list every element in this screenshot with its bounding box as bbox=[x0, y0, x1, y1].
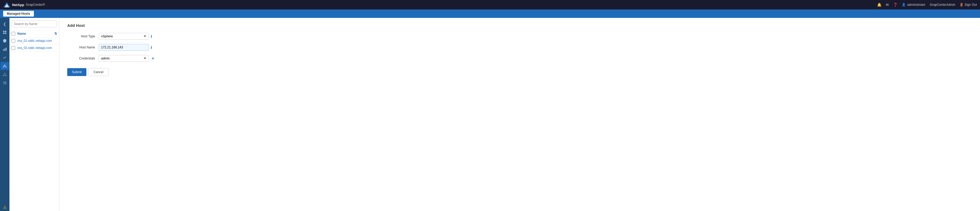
svg-rect-7 bbox=[5, 48, 5, 51]
host-type-control: vSphere Windows Linux AIX HP-UX Solaris … bbox=[99, 33, 152, 40]
sidebar-item-reports[interactable] bbox=[0, 45, 9, 53]
credentials-select[interactable]: admin root custom bbox=[99, 55, 149, 62]
credentials-label: Credentials bbox=[67, 57, 99, 60]
svg-point-9 bbox=[4, 65, 5, 66]
sidebar-icons: ❮ bbox=[0, 18, 10, 211]
sidebar-item-apps[interactable] bbox=[0, 29, 9, 36]
mail-icon[interactable]: ✉ bbox=[886, 3, 889, 7]
brand-name: NetApp bbox=[12, 3, 24, 7]
host-name-info-icon[interactable]: ℹ bbox=[151, 45, 152, 50]
top-navigation: NetApp SnapCenter® 🔔 ✉ ❓ 👤 administrator… bbox=[0, 0, 980, 10]
left-panel: Name ⇅ ora_01.sddc.netapp.com ora_02.sdd… bbox=[10, 18, 59, 211]
sidebar-item-shield[interactable] bbox=[0, 37, 9, 45]
svg-rect-8 bbox=[6, 48, 6, 51]
sidebar-item-chart2[interactable] bbox=[0, 54, 9, 62]
sidebar-collapse-button[interactable]: ❮ bbox=[0, 20, 9, 28]
netapp-logo-icon bbox=[3, 2, 11, 7]
svg-rect-5 bbox=[5, 33, 6, 34]
host1-link[interactable]: ora_01.sddc.netapp.com bbox=[18, 39, 52, 43]
sidebar-item-jobs[interactable] bbox=[0, 79, 9, 87]
svg-point-15 bbox=[3, 75, 4, 76]
host-name-row: Host Name ℹ bbox=[67, 44, 972, 51]
svg-line-18 bbox=[5, 74, 6, 75]
netapp-logo: NetApp SnapCenter® bbox=[3, 2, 45, 7]
credentials-row: Credentials admin root custom ＋ bbox=[67, 55, 972, 62]
brand-area: NetApp SnapCenter® bbox=[3, 2, 45, 7]
sidebar-item-hosts[interactable] bbox=[0, 62, 9, 70]
sort-icon[interactable]: ⇅ bbox=[54, 32, 57, 35]
search-bar bbox=[10, 18, 59, 30]
user-icon: 👤 bbox=[902, 3, 906, 6]
host1-checkbox[interactable] bbox=[11, 39, 15, 43]
credentials-add-icon[interactable]: ＋ bbox=[151, 56, 155, 61]
select-all-checkbox[interactable] bbox=[11, 32, 15, 35]
submit-button[interactable]: Submit bbox=[67, 68, 86, 76]
host-type-label: Host Type bbox=[67, 34, 99, 38]
main-layout: ❮ bbox=[0, 18, 980, 211]
host-list-header: Name ⇅ bbox=[10, 30, 59, 37]
host-type-row: Host Type vSphere Windows Linux AIX HP-U… bbox=[67, 33, 972, 40]
tenant-name: SnapCenterAdmin bbox=[929, 3, 955, 6]
credentials-control: admin root custom ＋ bbox=[99, 55, 155, 62]
svg-rect-3 bbox=[5, 31, 6, 32]
help-icon[interactable]: ❓ bbox=[893, 3, 897, 7]
app-name: SnapCenter® bbox=[26, 3, 45, 6]
host-name-control: ℹ bbox=[99, 44, 152, 51]
host2-checkbox[interactable] bbox=[11, 46, 15, 50]
page-title: Add Host bbox=[67, 23, 972, 28]
host-name-label: Host Name bbox=[67, 46, 99, 49]
host-type-select[interactable]: vSphere Windows Linux AIX HP-UX Solaris bbox=[99, 33, 149, 40]
svg-rect-4 bbox=[3, 33, 5, 34]
sign-out-icon: 🚪 bbox=[959, 3, 964, 6]
svg-line-17 bbox=[3, 74, 5, 75]
list-item[interactable]: ora_01.sddc.netapp.com bbox=[10, 37, 59, 45]
form-buttons: Submit Cancel bbox=[67, 68, 972, 76]
search-input[interactable] bbox=[11, 21, 57, 27]
sidebar-item-topology[interactable] bbox=[0, 70, 9, 78]
host2-link[interactable]: ora_02.sddc.netapp.com bbox=[18, 46, 52, 50]
main-content: Add Host Host Type vSphere Windows Linux… bbox=[59, 18, 980, 211]
svg-rect-6 bbox=[3, 49, 4, 51]
top-nav-right: 🔔 ✉ ❓ 👤 administrator SnapCenterAdmin 🚪 … bbox=[877, 3, 977, 7]
notification-icon[interactable]: 🔔 bbox=[877, 3, 881, 7]
svg-line-12 bbox=[3, 66, 5, 67]
list-item[interactable]: ora_02.sddc.netapp.com bbox=[10, 45, 59, 51]
managed-hosts-tab[interactable]: Managed Hosts bbox=[3, 11, 34, 17]
svg-line-13 bbox=[5, 66, 6, 67]
svg-point-14 bbox=[5, 73, 5, 74]
cancel-button[interactable]: Cancel bbox=[89, 68, 108, 76]
svg-rect-2 bbox=[3, 31, 5, 32]
sign-out-button[interactable]: 🚪 Sign Out bbox=[959, 3, 977, 6]
user-info[interactable]: 👤 administrator bbox=[902, 3, 925, 6]
admin-username: administrator bbox=[907, 3, 925, 6]
sidebar-item-alerts[interactable] bbox=[0, 203, 9, 211]
svg-point-11 bbox=[6, 67, 6, 68]
host-name-input[interactable] bbox=[99, 44, 149, 51]
svg-point-10 bbox=[3, 67, 4, 68]
sign-out-label: Sign Out bbox=[964, 3, 977, 6]
host-type-info-icon[interactable]: ℹ bbox=[151, 34, 152, 38]
sub-navigation: Managed Hosts bbox=[0, 10, 980, 18]
name-column-header: Name bbox=[18, 32, 26, 35]
svg-point-16 bbox=[6, 75, 6, 76]
